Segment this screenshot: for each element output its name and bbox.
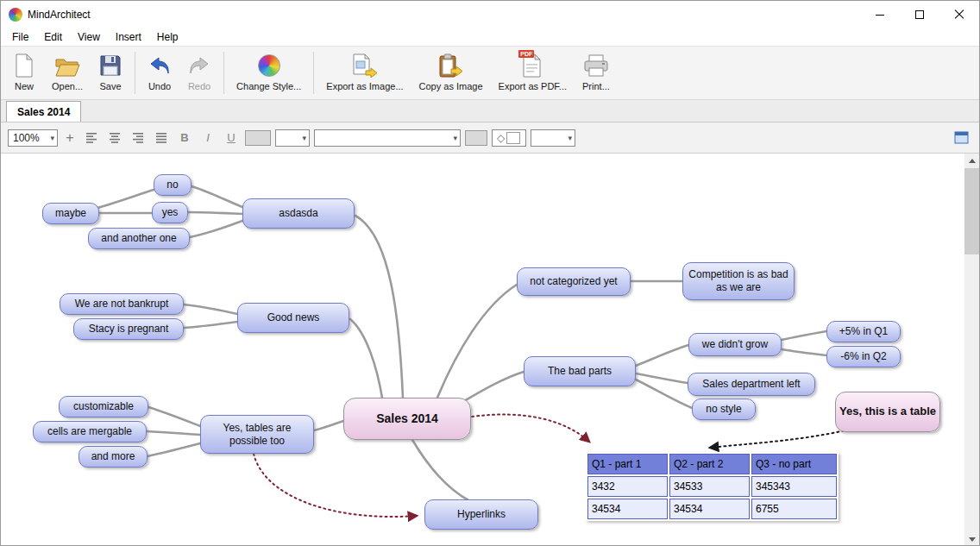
map-node-not-bankrupt[interactable]: We are not bankrupt: [60, 293, 184, 315]
map-node-mergable[interactable]: cells are mergable: [33, 421, 147, 442]
italic-button[interactable]: I: [198, 129, 217, 147]
align-justify-icon: [156, 133, 167, 143]
tab-sales-2014[interactable]: Sales 2014: [6, 101, 81, 122]
map-table-cell[interactable]: 34533: [669, 476, 750, 497]
map-table-cell[interactable]: 34534: [587, 499, 668, 519]
menu-edit[interactable]: Edit: [36, 29, 70, 45]
scroll-down-button[interactable]: [964, 532, 979, 546]
align-center-button[interactable]: [105, 129, 124, 147]
add-node-button[interactable]: +: [62, 129, 78, 147]
line-style-select[interactable]: ▾: [531, 129, 575, 147]
bold-button[interactable]: B: [175, 129, 194, 147]
app-icon: [9, 8, 22, 22]
new-document-icon: [14, 52, 35, 79]
close-button[interactable]: [939, 1, 979, 28]
mindmap-canvas[interactable]: no maybe yes and another one asdasda not…: [1, 154, 966, 546]
maximize-button[interactable]: [900, 1, 939, 28]
copy-image-icon: [438, 52, 463, 79]
save-button[interactable]: Save: [91, 48, 130, 97]
map-table-cell[interactable]: 345343: [751, 476, 837, 497]
map-node-bad-parts[interactable]: The bad parts: [524, 356, 636, 386]
close-icon: [954, 9, 964, 20]
underline-button[interactable]: U: [222, 129, 241, 147]
open-button[interactable]: Open...: [44, 48, 91, 97]
map-node-sales-dept[interactable]: Sales department left: [688, 373, 815, 396]
align-justify-button[interactable]: [152, 129, 171, 147]
font-size-select[interactable]: ▾: [275, 129, 310, 147]
zoom-select[interactable]: 100% ▾: [8, 129, 58, 147]
scrollbar-thumb[interactable]: [964, 168, 979, 254]
new-button[interactable]: New: [4, 48, 44, 97]
map-table-header[interactable]: Q1 - part 1: [587, 454, 668, 474]
map-table-cell[interactable]: 3432: [587, 476, 668, 497]
map-node-root-sales-2014[interactable]: Sales 2014: [343, 398, 471, 440]
map-node-no-style[interactable]: no style: [692, 399, 756, 420]
map-node-table-note[interactable]: Yes, this is a table: [835, 392, 940, 432]
map-node-yes[interactable]: yes: [152, 202, 188, 223]
font-family-select[interactable]: ▾: [314, 129, 461, 147]
chevron-down-icon: ▾: [299, 134, 309, 142]
scroll-up-button[interactable]: [964, 154, 979, 168]
undo-button-label: Undo: [148, 81, 171, 91]
minimize-icon: [876, 15, 884, 16]
map-node-not-categorized[interactable]: not categorized yet: [517, 267, 631, 296]
printer-icon: [583, 52, 609, 79]
map-table-row: 3432 34533 345343: [587, 476, 837, 497]
main-toolbar: New Open... Save Undo Redo Change Style.…: [1, 46, 979, 100]
print-button[interactable]: Print...: [575, 48, 618, 97]
map-node-tables-possible[interactable]: Yes, tables are possible too: [200, 415, 314, 454]
align-right-button[interactable]: [129, 129, 148, 147]
link-root-table: [472, 415, 589, 442]
map-node-q2-minus[interactable]: -6% in Q2: [826, 346, 901, 367]
copy-image-button[interactable]: Copy as Image: [411, 48, 491, 97]
menu-file[interactable]: File: [4, 29, 36, 45]
map-table-header[interactable]: Q2 - part 2: [669, 454, 750, 474]
map-node-q1-plus[interactable]: +5% in Q1: [826, 321, 901, 342]
undo-icon: [148, 52, 172, 79]
undo-button[interactable]: Undo: [140, 48, 179, 97]
print-button-label: Print...: [582, 81, 610, 91]
edge-asdasda-yes: [188, 212, 242, 214]
map-node-maybe[interactable]: maybe: [42, 203, 99, 224]
map-node-didnt-grow[interactable]: we didn't grow: [688, 333, 782, 356]
redo-button[interactable]: Redo: [179, 48, 219, 97]
map-table-header[interactable]: Q3 - no part: [751, 454, 837, 474]
properties-panel-button[interactable]: [950, 129, 972, 147]
window-title: MindArchitect: [28, 9, 91, 21]
edge-grow-q1: [782, 331, 826, 340]
map-node-and-more[interactable]: and more: [79, 446, 148, 468]
shape-select[interactable]: ◇: [492, 129, 526, 147]
format-toolbar: 100% ▾ + B I U ▾ ▾ ◇ ▾: [1, 122, 979, 154]
change-style-button[interactable]: Change Style...: [229, 48, 309, 97]
menu-view[interactable]: View: [70, 29, 108, 45]
chevron-down-icon: ▾: [450, 134, 460, 142]
menu-insert[interactable]: Insert: [108, 29, 149, 45]
menu-help[interactable]: Help: [149, 29, 186, 45]
toolbar-separator: [223, 52, 224, 94]
map-node-asdasda[interactable]: asdasda: [242, 198, 355, 229]
toolbar-separator: [313, 52, 314, 94]
minimize-button[interactable]: [860, 1, 900, 28]
map-table-cell[interactable]: 34534: [669, 499, 750, 519]
link-tables-hyperlinks: [254, 454, 417, 517]
map-node-good-news[interactable]: Good news: [237, 303, 349, 333]
chevron-down-icon: ▾: [565, 134, 575, 142]
map-table[interactable]: Q1 - part 1 Q2 - part 2 Q3 - no part 343…: [586, 452, 839, 521]
export-pdf-label: Export as PDF...: [499, 81, 567, 91]
map-node-no[interactable]: no: [154, 174, 192, 196]
map-node-competition[interactable]: Competition is as bad as we are: [682, 262, 795, 300]
map-node-stacy[interactable]: Stacy is pregnant: [73, 318, 184, 340]
map-node-customizable[interactable]: customizable: [59, 396, 148, 417]
fill-color-swatch[interactable]: [245, 130, 271, 146]
zoom-value: 100%: [13, 132, 40, 144]
export-pdf-button[interactable]: PDF Export as PDF...: [491, 48, 575, 97]
maximize-icon: [915, 10, 924, 19]
map-table-cell[interactable]: 6755: [751, 499, 837, 519]
map-node-hyperlinks[interactable]: Hyperlinks: [424, 499, 538, 530]
export-image-button[interactable]: Export as Image...: [318, 48, 411, 97]
edge-badparts-nostyle: [636, 380, 692, 408]
align-left-button[interactable]: [82, 129, 101, 147]
line-color-swatch[interactable]: [465, 130, 487, 146]
vertical-scrollbar[interactable]: [964, 154, 979, 546]
map-node-and-another-one[interactable]: and another one: [88, 228, 190, 249]
